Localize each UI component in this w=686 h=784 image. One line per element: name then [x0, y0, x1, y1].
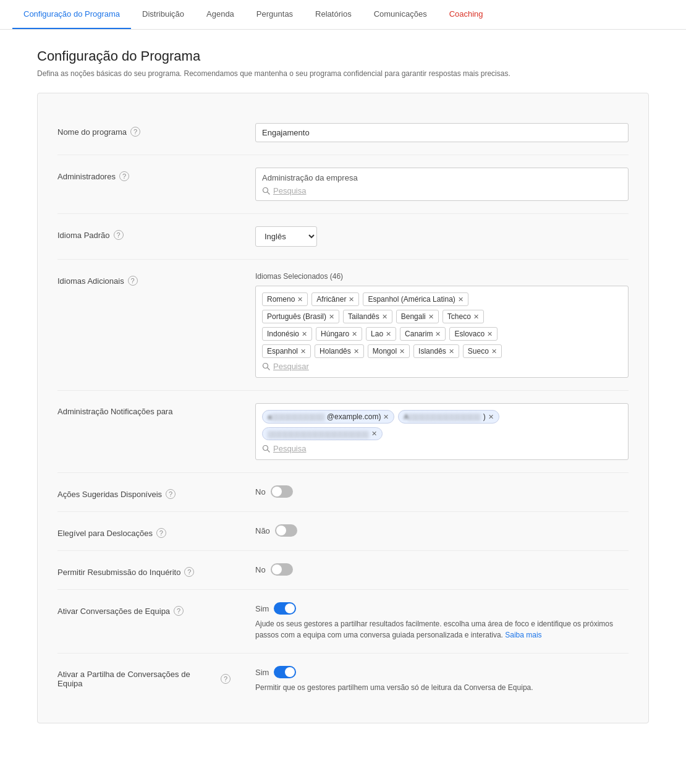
- label-admins: Administradores ?: [57, 168, 231, 181]
- allow-resubmission-toggle[interactable]: [271, 563, 293, 576]
- page-title: Configuração do Programa: [37, 48, 649, 64]
- default-language-select[interactable]: Inglês: [255, 226, 317, 247]
- search-icon: [262, 187, 271, 195]
- admins-search-row[interactable]: Pesquisa: [262, 186, 622, 195]
- languages-tags-row-2: Português (Brasil)✕ Tailandês✕ Bengali✕ …: [262, 310, 622, 323]
- remove-tag-sueco[interactable]: ✕: [491, 347, 497, 356]
- nav-item-comunicacoes[interactable]: Comunicações: [363, 0, 438, 29]
- help-icon-team-conversations[interactable]: ?: [174, 606, 184, 616]
- share-team-conversations-toggle-label: Sim: [255, 668, 269, 677]
- languages-search-placeholder: Pesquisar: [273, 362, 309, 371]
- nav-item-configuracao[interactable]: Configuração do Programa: [12, 0, 131, 29]
- remove-tag-lao[interactable]: ✕: [386, 330, 391, 338]
- toggle-knob: [272, 487, 282, 496]
- remove-tag-espanhol[interactable]: ✕: [300, 347, 306, 356]
- help-icon-program-name[interactable]: ?: [130, 127, 140, 137]
- allow-resubmission-control: No: [255, 563, 629, 576]
- label-share-team-conversations: Ativar a Partilha de Conversações de Equ…: [57, 666, 231, 688]
- help-icon-allow-resubmission[interactable]: ?: [184, 567, 194, 577]
- tag-islandes: Islandês✕: [413, 344, 459, 358]
- admins-control: Administração da empresa Pesquisa: [255, 168, 629, 201]
- remove-tag-canarim[interactable]: ✕: [435, 330, 441, 338]
- form-row-additional-languages: Idiomas Adicionais ? Idiomas Selecionado…: [57, 260, 629, 391]
- eligible-relocations-control: Não: [255, 524, 629, 537]
- form-row-allow-resubmission: Permitir Resubmissão do Inquérito ? No: [57, 551, 629, 590]
- help-icon-default-language[interactable]: ?: [114, 230, 124, 240]
- form-row-program-name: Nome do programa ?: [57, 111, 629, 155]
- help-icon-admins[interactable]: ?: [119, 171, 129, 181]
- program-name-input[interactable]: [255, 123, 629, 142]
- help-icon-share-team-conversations[interactable]: ?: [221, 674, 231, 684]
- remove-tag-islandes[interactable]: ✕: [449, 347, 454, 356]
- remove-tag-mongol[interactable]: ✕: [399, 347, 405, 356]
- remove-tag-hungaro[interactable]: ✕: [352, 330, 357, 338]
- team-conversations-link[interactable]: Saiba mais: [505, 631, 541, 639]
- remove-notif-tag-1[interactable]: ✕: [383, 413, 389, 421]
- form-card: Nome do programa ? Administradores ? Adm…: [37, 93, 649, 723]
- remove-tag-bengali[interactable]: ✕: [428, 313, 434, 321]
- tag-holandes: Holandês✕: [315, 344, 364, 358]
- tag-canarim: Canarim✕: [400, 327, 446, 341]
- nav-item-relatorios[interactable]: Relatórios: [304, 0, 363, 29]
- notifications-search-row[interactable]: Pesquisa: [262, 444, 622, 453]
- tag-espanhol: Espanhol✕: [262, 344, 311, 358]
- form-row-admin-notifications: Administração Notificações para a░░░░░░░…: [57, 391, 629, 473]
- remove-tag-eslovaco[interactable]: ✕: [487, 330, 493, 338]
- tag-africaner: Africâner✕: [311, 292, 359, 306]
- svg-line-3: [268, 367, 269, 369]
- remove-tag-tailandes[interactable]: ✕: [382, 313, 387, 321]
- admin-company-label: Administração da empresa: [262, 173, 622, 182]
- toggle-knob: [276, 526, 286, 535]
- nav-item-perguntas[interactable]: Perguntas: [245, 0, 304, 29]
- tag-indonesio: Indonésio✕: [262, 327, 312, 341]
- remove-tag-holandes[interactable]: ✕: [354, 347, 359, 356]
- label-allow-resubmission: Permitir Resubmissão do Inquérito ?: [57, 563, 231, 577]
- share-team-conversations-control: Sim Permitir que os gestores partilhem u…: [255, 666, 629, 693]
- suggested-actions-toggle-label: No: [255, 487, 266, 496]
- selected-languages-count: Idiomas Selecionados (46): [255, 272, 629, 281]
- help-icon-suggested-actions[interactable]: ?: [166, 489, 176, 499]
- search-icon-languages: [262, 362, 271, 371]
- toggle-knob: [285, 603, 295, 613]
- label-team-conversations: Ativar Conversações de Equipa ?: [57, 602, 231, 616]
- default-language-control: Inglês: [255, 226, 629, 247]
- nav-item-coaching[interactable]: Coaching: [438, 0, 494, 29]
- tag-eslovaco: Eslovaco✕: [449, 327, 498, 341]
- form-row-eligible-relocations: Elegível para Deslocações ? Não: [57, 512, 629, 551]
- form-row-share-team-conversations: Ativar a Partilha de Conversações de Equ…: [57, 654, 629, 705]
- help-icon-additional-languages[interactable]: ?: [128, 276, 138, 286]
- notifications-tags-container: a░░░░░░░░░░░@example.com) ✕ A░░░░░░░░░░░…: [255, 403, 629, 460]
- program-name-control: [255, 123, 629, 142]
- languages-search-row[interactable]: Pesquisar: [262, 362, 622, 371]
- remove-tag-portugues[interactable]: ✕: [329, 313, 334, 321]
- nav-label: Distribuição: [142, 9, 184, 19]
- nav-label: Perguntas: [256, 9, 293, 19]
- nav-item-distribuicao[interactable]: Distribuição: [131, 0, 195, 29]
- eligible-relocations-toggle[interactable]: [275, 524, 297, 537]
- team-conversations-control: Sim Ajude os seus gestores a partilhar r…: [255, 602, 629, 641]
- remove-notif-tag-3[interactable]: ✕: [371, 430, 377, 438]
- notifications-search-placeholder: Pesquisa: [273, 444, 306, 453]
- remove-tag-indonesio[interactable]: ✕: [302, 330, 307, 338]
- admins-box: Administração da empresa Pesquisa: [255, 168, 629, 201]
- svg-line-5: [268, 450, 269, 451]
- nav-label: Comunicações: [374, 9, 427, 19]
- suggested-actions-toggle[interactable]: [271, 485, 293, 498]
- svg-line-1: [268, 192, 269, 194]
- languages-tags-row-4: Espanhol✕ Holandês✕ Mongol✕ Islandês✕ Su…: [262, 344, 622, 358]
- team-conversations-toggle-wrap: Sim: [255, 602, 629, 615]
- nav-item-agenda[interactable]: Agenda: [195, 0, 245, 29]
- help-icon-eligible-relocations[interactable]: ?: [156, 528, 166, 538]
- tag-bengali: Bengali✕: [396, 310, 439, 323]
- languages-tags-row-3: Indonésio✕ Húngaro✕ Lao✕ Canarim✕ Eslova…: [262, 327, 622, 341]
- remove-notif-tag-2[interactable]: ✕: [488, 413, 494, 421]
- remove-tag-africaner[interactable]: ✕: [349, 296, 354, 304]
- remove-tag-espanhol-al[interactable]: ✕: [458, 296, 464, 304]
- main-content: Configuração do Programa Defina as noçõe…: [0, 30, 686, 742]
- notif-tag-2: A░░░░░░░░░░░░░░░) ✕: [398, 410, 499, 424]
- remove-tag-romeno[interactable]: ✕: [297, 296, 303, 304]
- team-conversations-toggle[interactable]: [274, 602, 296, 615]
- share-team-conversations-toggle[interactable]: [274, 666, 296, 678]
- label-additional-languages: Idiomas Adicionais ?: [57, 272, 231, 286]
- remove-tag-tcheco[interactable]: ✕: [473, 313, 479, 321]
